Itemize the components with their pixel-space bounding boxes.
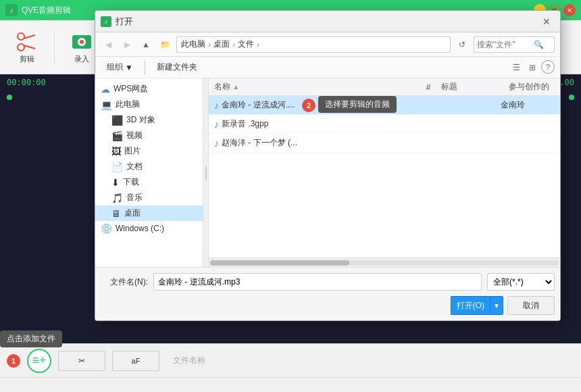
annotation-badge-2: 2 <box>302 99 315 112</box>
col-title-label: 标题 <box>441 82 457 91</box>
audio-file-icon-2: ♪ <box>214 119 219 130</box>
annotation-2-container: 2 选择要剪辑的音频 <box>302 99 315 112</box>
back-button[interactable]: ◀ <box>101 37 116 52</box>
col-hash-label: # <box>426 82 431 92</box>
document-icon: 📄 <box>111 162 123 172</box>
annotation-badge-1: 1 <box>7 354 20 368</box>
help-button[interactable]: ? <box>541 60 555 74</box>
cancel-button[interactable]: 取消 <box>507 296 555 315</box>
tree-item-desktop[interactable]: 🖥 桌面 <box>95 205 203 221</box>
dialog-bottom: 文件名(N): 全部(*.*) 打开(O) ▼ 取消 <box>95 267 560 320</box>
tree-item-video-label: 视频 <box>126 130 143 141</box>
col-name-label: 名称 <box>214 82 230 91</box>
file-item-3[interactable]: ♪ 赵海洋 - 下一个梦 (... <box>209 134 560 153</box>
refresh-button[interactable]: ↺ <box>455 37 470 52</box>
open-btn-split: 打开(O) ▼ <box>451 296 503 315</box>
computer-icon: 💻 <box>101 99 112 110</box>
app-icon: ♪ <box>5 4 18 16</box>
file-item-1[interactable]: ♪ 金南玲 - 逆流成河.... 金南玲 2 选择要剪辑的音频 <box>209 96 560 115</box>
dialog-title: 打开 <box>116 16 534 28</box>
filetype-select[interactable]: 全部(*.*) <box>487 273 555 291</box>
organize-button[interactable]: 组织 ▼ <box>101 59 139 76</box>
dialog-titlebar: ♪ 打开 ✕ <box>95 11 560 32</box>
filename-row: 文件名(N): 全部(*.*) <box>101 273 555 291</box>
tree-item-computer-label: 此电脑 <box>116 99 140 110</box>
col-hash-header[interactable]: # <box>418 82 438 92</box>
forward-button[interactable]: ▶ <box>120 37 134 52</box>
tree-item-drive-c-label: Windows (C:) <box>116 224 164 233</box>
filename-input[interactable] <box>153 273 482 291</box>
tree-item-music-label: 音乐 <box>126 192 143 203</box>
extra-btn[interactable]: aF <box>112 351 159 371</box>
splitter[interactable] <box>203 78 209 267</box>
col-artist-header[interactable]: 参与创作的 <box>506 81 560 93</box>
open-dropdown-arrow[interactable]: ▼ <box>490 296 503 315</box>
cube-icon: ⬛ <box>111 115 123 126</box>
col-title-header[interactable]: 标题 <box>438 81 506 93</box>
svg-point-6 <box>80 40 84 44</box>
extra-icon: aF <box>132 357 141 365</box>
scissors-control-btn[interactable]: ✂ <box>58 351 105 371</box>
open-btn-label: 打开(O) <box>457 301 484 310</box>
cut-label: 剪辑 <box>20 54 34 64</box>
file-item-name-3: 赵海洋 - 下一个梦 (... <box>222 137 413 149</box>
cancel-btn-label: 取消 <box>523 301 539 310</box>
tree-item-pictures-label: 图片 <box>124 145 141 157</box>
app-title: QVE音频剪辑 <box>22 5 71 16</box>
new-folder-button[interactable]: 新建文件夹 <box>151 59 203 76</box>
time-start: 00:00:00 <box>7 78 46 87</box>
cut-button[interactable]: 剪辑 <box>7 27 47 68</box>
breadcrumb-3: 文件 <box>238 39 254 50</box>
tree-item-pictures[interactable]: 🖼 图片 <box>95 143 203 159</box>
tree-item-downloads-label: 下载 <box>123 176 139 188</box>
audio-file-icon-1: ♪ <box>214 100 219 111</box>
tree-item-3d[interactable]: ⬛ 3D 对象 <box>95 112 203 128</box>
breadcrumb-1: 此电脑 <box>181 39 205 50</box>
file-list-header: 名称 ▲ # 标题 参与创作的 <box>209 78 560 96</box>
annotation-1-container: 1 点击添加文件 <box>7 354 20 368</box>
scissors-icon <box>15 30 39 54</box>
tree-item-documents[interactable]: 📄 文档 <box>95 159 203 174</box>
tree-item-drive-c[interactable]: 💿 Windows (C:) <box>95 221 203 236</box>
left-tree-panel: ☁ WPS网盘 💻 此电脑 ⬛ 3D 对象 🎬 视频 🖼 图片 <box>95 78 203 267</box>
search-icon: 🔍 <box>534 40 544 49</box>
waveform-dot <box>7 95 12 100</box>
app-controls-bar: 1 点击添加文件 ≡+ ✂ aF 文件名称 <box>0 343 581 377</box>
tree-item-wps-label: WPS网盘 <box>113 83 148 95</box>
tooltip-2: 选择要剪辑的音频 <box>318 96 397 113</box>
drive-icon: 💿 <box>101 223 112 234</box>
col-name-header[interactable]: 名称 ▲ <box>209 81 418 93</box>
add-file-button[interactable]: ≡+ <box>27 349 51 373</box>
svg-point-0 <box>18 33 24 40</box>
tree-item-video[interactable]: 🎬 视频 <box>95 128 203 143</box>
tree-item-computer[interactable]: 💻 此电脑 <box>95 97 203 112</box>
open-button[interactable]: 打开(O) <box>451 296 490 315</box>
dialog-close-button[interactable]: ✕ <box>538 14 555 30</box>
col-artist-label: 参与创作的 <box>509 82 549 91</box>
organize-label: 组织 <box>107 62 123 73</box>
h-scrollbar-track <box>210 260 559 266</box>
file-item-name-2: 新录音 .3gpp <box>222 118 413 130</box>
plus-icon: ≡+ <box>32 353 46 368</box>
h-scrollbar[interactable] <box>209 258 560 267</box>
button-row: 打开(O) ▼ 取消 <box>101 296 555 315</box>
audio-file-icon-3: ♪ <box>214 138 219 149</box>
file-item-2[interactable]: ♪ 新录音 .3gpp <box>209 115 560 134</box>
tree-item-desktop-label: 桌面 <box>124 207 141 219</box>
view-details-button[interactable]: ☰ <box>509 60 524 75</box>
close-app-button[interactable]: ✕ <box>563 4 576 16</box>
view-toggle-button[interactable]: ⊞ <box>525 60 540 75</box>
file-dialog: ♪ 打开 ✕ ◀ ▶ ▲ 📁 此电脑 › 桌面 › 文件 › ↺ 🔍 <box>95 10 561 321</box>
tree-item-downloads[interactable]: ⬇ 下载 <box>95 174 203 190</box>
breadcrumb[interactable]: 此电脑 › 桌面 › 文件 › <box>176 36 451 53</box>
up-button[interactable]: ▲ <box>138 37 153 52</box>
record-icon <box>70 30 94 54</box>
search-input[interactable] <box>477 40 531 49</box>
tree-item-music[interactable]: 🎵 音乐 <box>95 190 203 205</box>
breadcrumb-2: 桌面 <box>213 39 230 50</box>
tree-item-wps[interactable]: ☁ WPS网盘 <box>95 81 203 97</box>
dialog-icon: ♪ <box>101 16 111 27</box>
search-box: 🔍 <box>474 36 555 53</box>
app-window: ♪ QVE音频剪辑 ─ □ ✕ 剪辑 <box>0 0 581 392</box>
dialog-body: ☁ WPS网盘 💻 此电脑 ⬛ 3D 对象 🎬 视频 🖼 图片 <box>95 78 560 267</box>
